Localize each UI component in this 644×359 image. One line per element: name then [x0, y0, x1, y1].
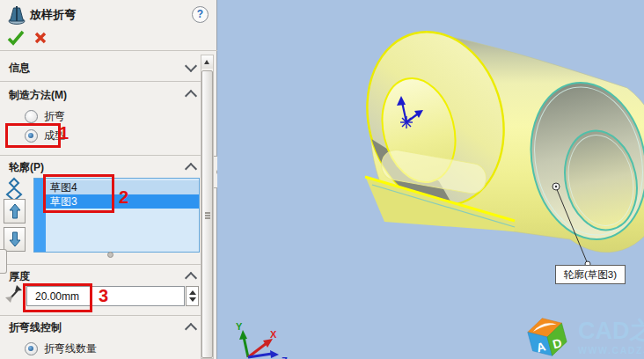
close-icon — [33, 31, 48, 45]
solidworks-window: 放样折弯 ? 信息 制造方法(M) 折弯 — [0, 0, 644, 359]
radio-selected-icon — [25, 342, 38, 355]
annotation-box-2 — [43, 174, 114, 213]
divider — [0, 264, 201, 265]
move-up-button[interactable] — [4, 199, 26, 223]
watermark-url: WWW.CADZJ.COM — [578, 345, 644, 355]
panel-title: 放样折弯 — [30, 7, 76, 23]
check-icon — [7, 30, 25, 46]
svg-text:X: X — [270, 329, 277, 340]
scrollbar-thumb[interactable] — [201, 70, 213, 358]
arrow-up-icon — [9, 203, 21, 219]
annotation-number-1: 1 — [59, 123, 69, 143]
watermark: A D CAD之家 WWW.CADZJ.COM — [523, 315, 644, 359]
scroll-up-button[interactable] — [201, 55, 213, 69]
feature-tree-tab[interactable] — [0, 249, 7, 274]
lofted-bend-icon — [6, 4, 27, 30]
list-resize-handle[interactable] — [107, 252, 113, 258]
watermark-brand: CAD之家 — [578, 319, 644, 343]
chevron-up-icon[interactable] — [185, 163, 197, 175]
cadzj-cube-logo-icon: A D — [523, 315, 573, 359]
spinner-up-icon[interactable] — [189, 290, 196, 295]
radio-option-bend[interactable]: 折弯 — [25, 109, 65, 124]
move-down-button[interactable] — [4, 227, 26, 252]
annotation-number-2: 2 — [119, 187, 128, 208]
confirm-button[interactable] — [7, 30, 25, 46]
annotation-box-1 — [5, 123, 61, 148]
annotation-number-3: 3 — [99, 286, 108, 306]
divider — [0, 50, 217, 51]
panel-scrollbar[interactable] — [201, 55, 214, 359]
profile-callout[interactable]: 轮廓(草图3) — [555, 265, 626, 284]
thickness-icon — [4, 282, 23, 305]
radio-icon — [25, 110, 38, 123]
annotation-box-3 — [23, 283, 92, 312]
scrollbar-grip-icon — [205, 212, 210, 214]
divider — [0, 81, 201, 82]
svg-text:Z: Z — [282, 355, 288, 359]
spinner-down-icon[interactable] — [189, 297, 196, 302]
chevron-up-icon[interactable] — [185, 90, 197, 102]
chevron-up-icon[interactable] — [185, 323, 197, 335]
divider — [0, 155, 201, 156]
graphics-viewport[interactable]: Y X Z 轮廓(草图3) A D — [217, 0, 644, 359]
radio-option-bendline-count[interactable]: 折弯线数量 — [25, 341, 97, 356]
arrow-down-icon — [9, 231, 21, 247]
cancel-button[interactable] — [33, 31, 48, 45]
chevron-down-icon[interactable] — [185, 60, 197, 72]
chevron-up-icon[interactable] — [185, 272, 197, 284]
part-3d-model[interactable]: Y X Z — [217, 0, 644, 359]
divider — [0, 315, 201, 316]
svg-text:Y: Y — [236, 321, 243, 332]
axis-triad-icon: Y X Z — [236, 321, 288, 359]
thickness-spinner[interactable] — [186, 286, 199, 306]
help-icon[interactable]: ? — [192, 6, 209, 23]
